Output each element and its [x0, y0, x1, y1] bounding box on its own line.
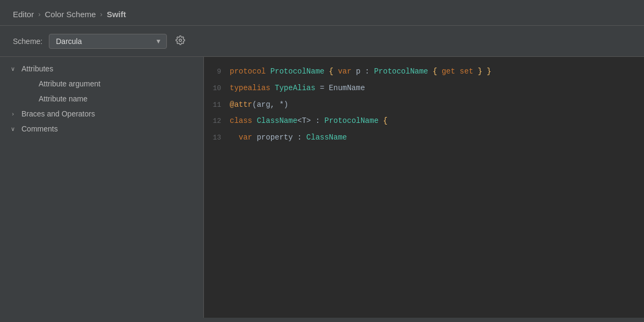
line-number-9: 9: [204, 67, 230, 78]
code-content-13: var property : ClassName: [230, 131, 347, 143]
toggle-comments-icon: ∨: [9, 125, 17, 133]
code-line-9: 9 protocol ProtocolName { var p : Protoc…: [204, 63, 644, 80]
tree-item-attribute-argument-label: Attribute argument: [39, 79, 100, 88]
line-number-10: 10: [204, 83, 230, 94]
left-panel: ∨ Attributes Attribute argument Attribut…: [0, 57, 204, 318]
gear-icon: [175, 35, 185, 45]
tree-item-attribute-argument[interactable]: Attribute argument: [0, 76, 203, 91]
code-line-12: 12 class ClassName<T> : ProtocolName {: [204, 113, 644, 129]
code-content-9: protocol ProtocolName { var p : Protocol…: [230, 65, 491, 77]
tree-item-attribute-name[interactable]: Attribute name: [0, 91, 203, 106]
scheme-select[interactable]: Darcula IntelliJ Light High Contrast Mon…: [49, 34, 167, 49]
breadcrumb-editor[interactable]: Editor: [13, 10, 34, 19]
toggle-attributes-icon: ∨: [9, 64, 17, 73]
code-content-10: typealias TypeAlias = EnumName: [230, 82, 365, 94]
toggle-braces-icon: ›: [9, 109, 17, 118]
code-line-10: 10 typealias TypeAlias = EnumName: [204, 80, 644, 97]
tree-item-braces-operators[interactable]: › Braces and Operators: [0, 106, 203, 121]
main-area: ∨ Attributes Attribute argument Attribut…: [0, 57, 644, 318]
tree-item-attributes[interactable]: ∨ Attributes: [0, 61, 203, 76]
breadcrumb-sep-2: ›: [100, 10, 103, 18]
code-line-11: 11 @attr(arg, *): [204, 97, 644, 113]
code-content-12: class ClassName<T> : ProtocolName {: [230, 115, 387, 127]
line-number-13: 13: [204, 133, 230, 144]
breadcrumb-sep-1: ›: [38, 10, 40, 18]
scheme-row: Scheme: Darcula IntelliJ Light High Cont…: [0, 26, 644, 57]
line-number-11: 11: [204, 100, 230, 111]
svg-point-0: [179, 39, 182, 42]
right-panel: 9 protocol ProtocolName { var p : Protoc…: [204, 57, 644, 318]
tree-item-comments-label: Comments: [21, 125, 58, 133]
toggle-attribute-name-icon: [26, 94, 34, 103]
breadcrumb-color-scheme[interactable]: Color Scheme: [45, 10, 96, 19]
scheme-label: Scheme:: [13, 37, 42, 46]
line-number-12: 12: [204, 116, 230, 127]
breadcrumb-swift[interactable]: Swift: [107, 10, 126, 19]
gear-button[interactable]: [173, 33, 187, 49]
tree-item-comments[interactable]: ∨ Comments: [0, 121, 203, 136]
code-container: 9 protocol ProtocolName { var p : Protoc…: [204, 57, 644, 152]
breadcrumb: Editor › Color Scheme › Swift: [0, 0, 644, 26]
tree-item-braces-label: Braces and Operators: [21, 109, 95, 118]
code-content-11: @attr(arg, *): [230, 99, 288, 111]
toggle-attribute-argument-icon: [26, 79, 34, 88]
tree-item-attribute-name-label: Attribute name: [39, 94, 87, 103]
code-line-13: 13 var property : ClassName: [204, 129, 644, 146]
tree-item-attributes-label: Attributes: [21, 64, 53, 73]
scheme-dropdown-wrapper: Darcula IntelliJ Light High Contrast Mon…: [49, 34, 167, 49]
